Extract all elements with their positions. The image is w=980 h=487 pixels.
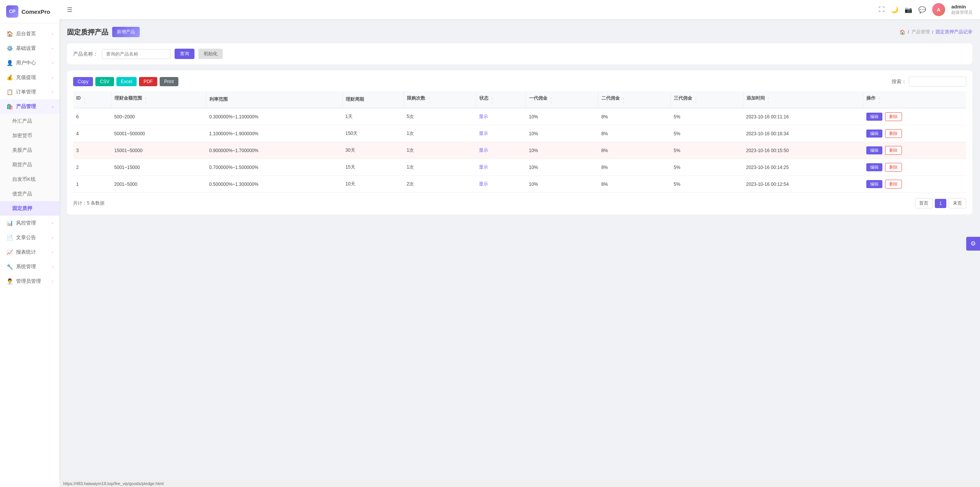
- cell-comm3: 5%: [671, 176, 743, 193]
- sidebar-item-report[interactable]: 📈报表统计›: [0, 245, 59, 259]
- cell-limit: 1次: [403, 125, 476, 142]
- table-row: 3 15001~50000 0.900000%~1.700000% 30天 1次…: [73, 142, 966, 159]
- sort-comm3-icon[interactable]: [695, 97, 697, 104]
- edit-button[interactable]: 编辑: [866, 113, 882, 121]
- menu-arrow-risk: ›: [52, 221, 53, 225]
- cell-rate: 0.900000%~1.700000%: [206, 142, 343, 159]
- sidebar-item-article[interactable]: 📄文章公告›: [0, 230, 59, 245]
- edit-button[interactable]: 编辑: [866, 130, 882, 138]
- sort-amount-icon[interactable]: [145, 97, 147, 104]
- product-name-input[interactable]: [102, 49, 171, 59]
- sidebar-item-user-center[interactable]: 👤用户中心›: [0, 56, 59, 70]
- sidebar-item-dashboard[interactable]: 🏠后台首页›: [0, 26, 59, 41]
- cell-comm1: 10%: [526, 108, 598, 125]
- pdf-button[interactable]: PDF: [139, 77, 157, 86]
- print-button[interactable]: Print: [160, 77, 178, 86]
- menu-label-article: 文章公告: [16, 234, 52, 241]
- sidebar-item-us-stocks[interactable]: 美股产品: [0, 143, 59, 157]
- cell-id: 4: [73, 125, 111, 142]
- copy-button[interactable]: Copy: [73, 77, 93, 86]
- cell-comm2: 8%: [598, 159, 671, 176]
- first-page-button[interactable]: 首页: [915, 198, 933, 208]
- sort-id-icon[interactable]: [83, 97, 85, 104]
- search-input[interactable]: [909, 77, 966, 87]
- sidebar-item-system[interactable]: 🔧系统管理›: [0, 259, 59, 274]
- sort-comm2-icon[interactable]: [623, 97, 625, 104]
- delete-button[interactable]: 删除: [885, 146, 902, 155]
- sidebar-item-admin[interactable]: 👨‍💼管理员管理›: [0, 274, 59, 289]
- breadcrumb: 🏠 / 产品管理 / 固定质押产品记录: [900, 29, 972, 35]
- settings-fab[interactable]: ⚙: [966, 237, 980, 251]
- menu-label-system: 系统管理: [16, 263, 52, 270]
- sort-status-icon[interactable]: [491, 97, 493, 104]
- sidebar-item-order[interactable]: 📋订单管理›: [0, 85, 59, 99]
- menu-arrow-recharge: ›: [52, 75, 53, 80]
- query-button[interactable]: 查询: [175, 49, 194, 59]
- last-page-button[interactable]: 末页: [949, 198, 966, 208]
- delete-button[interactable]: 删除: [885, 163, 902, 172]
- cell-amount: 15001~50000: [111, 142, 206, 159]
- toolbar-buttons: Copy CSV Excel PDF Print: [73, 77, 178, 86]
- sort-limit-icon[interactable]: [428, 97, 430, 104]
- logo: CP ComexPro: [0, 0, 59, 23]
- sidebar-item-risk[interactable]: 📊风控管理›: [0, 216, 59, 230]
- delete-button[interactable]: 删除: [885, 180, 902, 189]
- topbar-right: ⛶ 🌙 📷 💬 A admin 超级管理员: [879, 3, 972, 16]
- sort-time-icon[interactable]: [768, 97, 769, 104]
- sidebar-item-basic-settings[interactable]: ⚙️基础设置›: [0, 41, 59, 56]
- filter-label: 产品名称：: [73, 51, 98, 57]
- breadcrumb-separator: /: [908, 30, 909, 35]
- filter-area: 产品名称： 查询 初始化: [67, 43, 972, 64]
- breadcrumb-product-mgmt[interactable]: 产品管理: [911, 29, 930, 35]
- edit-button[interactable]: 编辑: [866, 163, 882, 171]
- sidebar-item-fixed-pledge[interactable]: 固定质押: [0, 201, 59, 216]
- content-area: 固定质押产品 新增产品 🏠 / 产品管理 / 固定质押产品记录 产品名称： 查询…: [59, 19, 980, 480]
- moon-icon[interactable]: 🌙: [891, 6, 898, 13]
- status-bar: https://483.haiwaiym18.top/fire_vip/good…: [59, 480, 980, 487]
- new-product-button[interactable]: 新增产品: [112, 27, 140, 37]
- chat-icon[interactable]: 💬: [918, 6, 926, 13]
- csv-button[interactable]: CSV: [95, 77, 114, 86]
- hamburger-icon[interactable]: ☰: [67, 6, 72, 13]
- col-id: ID: [73, 91, 111, 108]
- menu-arrow-admin: ›: [52, 279, 53, 284]
- sidebar-item-product[interactable]: 🛍️产品管理›: [0, 99, 59, 114]
- video-icon[interactable]: 📷: [905, 6, 912, 13]
- menu-label-foreign-product: 外汇产品: [12, 118, 53, 125]
- reset-button[interactable]: 初始化: [198, 49, 223, 59]
- menu-icon-basic-settings: ⚙️: [6, 45, 13, 52]
- sidebar-menu: 🏠后台首页›⚙️基础设置›👤用户中心›💰充值提现›📋订单管理›🛍️产品管理›外汇…: [0, 23, 59, 487]
- sidebar-item-futures[interactable]: 期货产品: [0, 157, 59, 172]
- sort-action-icon[interactable]: [879, 97, 880, 104]
- menu-arrow-order: ›: [52, 90, 53, 94]
- total-count: 共计：5 条数据: [73, 200, 105, 207]
- edit-button[interactable]: 编辑: [866, 146, 882, 154]
- col-limit: 限购次数: [403, 91, 476, 108]
- sidebar-item-crypto-kline[interactable]: 自发币K线: [0, 172, 59, 187]
- edit-button[interactable]: 编辑: [866, 180, 882, 188]
- cell-status: 显示: [476, 176, 526, 193]
- page-1-button[interactable]: 1: [935, 199, 946, 208]
- page-header: 固定质押产品 新增产品 🏠 / 产品管理 / 固定质押产品记录: [67, 27, 972, 37]
- cell-rate: 0.300000%~1.100000%: [206, 108, 343, 125]
- cell-rate: 0.500000%~1.300000%: [206, 176, 343, 193]
- delete-button[interactable]: 删除: [885, 129, 902, 138]
- cell-limit: 2次: [403, 176, 476, 193]
- fullscreen-icon[interactable]: ⛶: [879, 6, 885, 13]
- menu-label-product: 产品管理: [16, 103, 52, 110]
- sidebar-item-recharge[interactable]: 💰充值提现›: [0, 70, 59, 85]
- breadcrumb-home-icon[interactable]: 🏠: [900, 30, 905, 35]
- cell-id: 3: [73, 142, 111, 159]
- cell-status: 显示: [476, 142, 526, 159]
- cell-status: 显示: [476, 159, 526, 176]
- sidebar-item-crypto[interactable]: 加密货币: [0, 128, 59, 143]
- delete-button[interactable]: 删除: [885, 112, 902, 121]
- sidebar-item-foreign-product[interactable]: 外汇产品: [0, 114, 59, 128]
- sort-comm1-icon[interactable]: [550, 97, 552, 104]
- breadcrumb-separator2: /: [932, 30, 933, 35]
- menu-label-risk: 风控管理: [16, 220, 52, 226]
- excel-button[interactable]: Excel: [116, 77, 137, 86]
- menu-icon-report: 📈: [6, 249, 13, 256]
- sidebar-item-bonds[interactable]: 债货产品: [0, 187, 59, 201]
- menu-icon-risk: 📊: [6, 220, 13, 226]
